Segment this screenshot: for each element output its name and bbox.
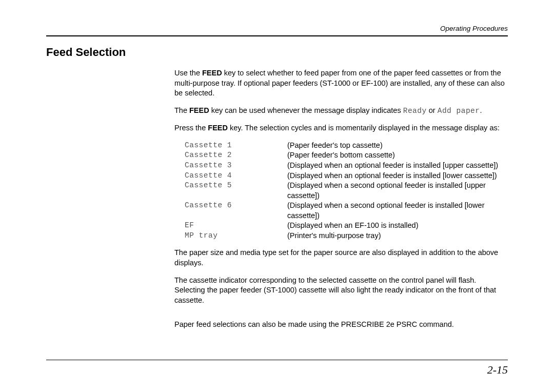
cassette-label: Cassette 6 <box>185 201 287 221</box>
table-row: Cassette 5 (Displayed when a second opti… <box>185 181 508 201</box>
after-paragraph-3: Paper feed selections can also be made u… <box>174 320 508 330</box>
intro-paragraph-3: Press the FEED key. The selection cycles… <box>174 123 508 133</box>
cassette-label: MP tray <box>185 231 287 241</box>
cassette-label: Cassette 3 <box>185 161 287 171</box>
cassette-desc: (Displayed when an EF-100 is installed) <box>287 221 508 231</box>
text: key. The selection cycles and is momenta… <box>228 124 500 132</box>
text: Use the <box>174 69 202 77</box>
table-row: MP tray (Printer's multi-purpose tray) <box>185 231 508 241</box>
cassette-desc: (Paper feeder's bottom cassette) <box>287 150 508 161</box>
cassette-desc: (Displayed when an optional feeder is in… <box>287 161 508 171</box>
cassette-desc: (Paper feeder's top cassette) <box>287 141 508 151</box>
cassette-label: Cassette 4 <box>185 171 287 181</box>
text: or <box>427 106 438 114</box>
text: Press the <box>174 124 208 132</box>
section-title: Feed Selection <box>46 46 508 59</box>
cassette-table: Cassette 1 (Paper feeder's top cassette)… <box>185 141 508 241</box>
cassette-label: Cassette 5 <box>185 181 287 201</box>
after-paragraph-1: The paper size and media type set for th… <box>174 248 508 268</box>
footer-rule <box>46 360 508 360</box>
display-text-add-paper: Add paper <box>438 107 480 115</box>
table-row: Cassette 1 (Paper feeder's top cassette) <box>185 141 508 151</box>
cassette-label: Cassette 2 <box>185 150 287 161</box>
after-paragraph-2: The cassette indicator corresponding to … <box>174 276 508 306</box>
table-row: Cassette 3 (Displayed when an optional f… <box>185 161 508 171</box>
cassette-label: EF <box>185 221 287 231</box>
table-row: EF (Displayed when an EF-100 is installe… <box>185 221 508 231</box>
page-number: 2-15 <box>46 363 508 377</box>
document-page: Operating Procedures Feed Selection Use … <box>0 0 554 392</box>
table-row: Cassette 6 (Displayed when a second opti… <box>185 201 508 221</box>
table-row: Cassette 4 (Displayed when an optional f… <box>185 171 508 181</box>
footer: 2-15 <box>46 360 508 377</box>
text: . <box>480 106 482 114</box>
cassette-desc: (Displayed when an optional feeder is in… <box>287 171 508 181</box>
running-head: Operating Procedures <box>46 25 508 32</box>
body-text: Use the FEED key to select whether to fe… <box>174 68 508 330</box>
cassette-desc: (Printer's multi-purpose tray) <box>287 231 508 241</box>
cassette-desc: (Displayed when a second optional feeder… <box>287 181 508 201</box>
text: The <box>174 106 189 114</box>
cassette-desc: (Displayed when a second optional feeder… <box>287 201 508 221</box>
header-rule <box>46 35 508 36</box>
feed-key-label: FEED <box>208 124 228 132</box>
text: key can be used whenever the message dis… <box>209 106 403 114</box>
display-text-ready: Ready <box>403 107 427 115</box>
intro-paragraph-1: Use the FEED key to select whether to fe… <box>174 68 508 99</box>
table-row: Cassette 2 (Paper feeder's bottom casset… <box>185 150 508 161</box>
cassette-label: Cassette 1 <box>185 141 287 151</box>
intro-paragraph-2: The FEED key can be used whenever the me… <box>174 106 508 116</box>
text: key to select whether to feed paper from… <box>174 69 505 97</box>
feed-key-label: FEED <box>189 106 209 114</box>
feed-key-label: FEED <box>202 69 222 77</box>
